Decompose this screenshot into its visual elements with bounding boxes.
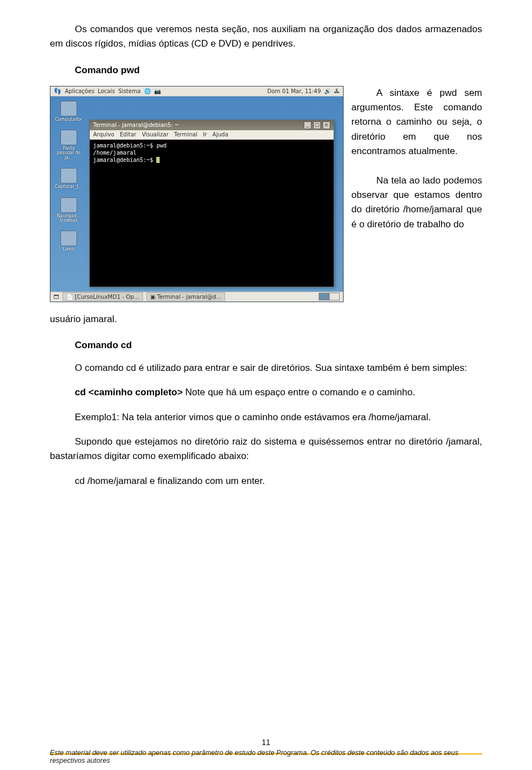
show-desktop-icon[interactable]: 🗔 [54, 294, 59, 300]
screenshot-tool-icon[interactable]: 📷 [154, 88, 161, 94]
cd-syntax-bold: cd <caminho completo> [75, 387, 183, 397]
term-menu-help[interactable]: Ajuda [212, 131, 228, 137]
workspace-1[interactable] [319, 293, 329, 300]
heading-comando-pwd: Comando pwd [75, 65, 482, 76]
terminal-body[interactable]: jamaral@debian5:~$ pwd /home/jamaral jam… [90, 140, 334, 287]
gnome-top-panel: 👣 Aplicações Locais Sistema 🌐 📷 Dom 01 M… [50, 86, 343, 96]
pwd-after-text: usuário jamaral. [50, 312, 482, 327]
term-menu-edit[interactable]: Editar [120, 131, 136, 137]
network-icon[interactable]: 🖧 [334, 88, 340, 94]
cd-syntax-line: cd <caminho completo> Note que há um esp… [50, 385, 482, 400]
term-menu-view[interactable]: Visualizar [142, 131, 168, 137]
panel-menu-places[interactable]: Locais [98, 88, 115, 94]
desktop-icon-computer[interactable]: Computador [55, 101, 83, 122]
browser-icon[interactable]: 🌐 [144, 88, 151, 94]
term-line-2: /home/jamaral [93, 149, 330, 156]
terminal-cursor [156, 157, 160, 163]
term-line-1: jamaral@debian5:~$ pwd [93, 142, 330, 149]
panel-clock: Dom 01 Mar, 11:49 [267, 88, 321, 94]
desktop-icon-capture[interactable]: Capturar_t... [55, 168, 83, 189]
window-maximize-button[interactable]: □ [313, 121, 321, 129]
window-close-button[interactable]: × [323, 121, 330, 129]
taskbar-item-terminal[interactable]: ▣Terminal - jamaral@d... [146, 292, 225, 301]
cd-syntax-rest: Note que há um espaço entre o comando e … [183, 387, 416, 397]
gnome-foot-icon: 👣 [54, 88, 62, 95]
term-line-3: jamaral@debian5:~$ [93, 156, 330, 164]
cd-example2: Supondo que estejamos no diretório raiz … [50, 435, 482, 464]
taskbar-item-doc[interactable]: 📄[CursoLinuxMD1 - Op... [63, 292, 143, 301]
screenshot-pwd: 👣 Aplicações Locais Sistema 🌐 📷 Dom 01 M… [50, 86, 344, 302]
panel-menu-system[interactable]: Sistema [119, 88, 141, 94]
gnome-bottom-panel: 🗔 📄[CursoLinuxMD1 - Op... ▣Terminal - ja… [50, 292, 343, 302]
terminal-window[interactable]: Terminal - jamaral@debian5: ~ _ □ × Arqu… [89, 120, 334, 287]
workspace-2[interactable] [329, 293, 340, 300]
panel-menu-applications[interactable]: Aplicações [65, 88, 94, 94]
page-number: 11 [0, 738, 532, 747]
pwd-side-text: A sintaxe é pwd sem argumentos. Este com… [351, 86, 482, 232]
term-menu-go[interactable]: Ir [203, 131, 207, 137]
footer-note: Este material deve ser utilizado apenas … [50, 749, 482, 764]
desktop-icon-home[interactable]: Pasta pessoal de ja... [55, 130, 83, 160]
terminal-menubar: Arquivo Editar Visualizar Terminal Ir Aj… [90, 130, 334, 140]
terminal-titlebar[interactable]: Terminal - jamaral@debian5: ~ _ □ × [90, 120, 334, 130]
cd-example1: Exemplo1: Na tela anterior vimos que o c… [50, 410, 482, 425]
term-menu-file[interactable]: Arquivo [93, 131, 114, 137]
desktop-icon-column: Computador Pasta pessoal de ja... Captur… [55, 101, 83, 252]
cd-final-command: cd /home/jamaral e finalizando com um en… [50, 474, 482, 488]
terminal-title-text: Terminal - jamaral@debian5: ~ [93, 122, 179, 128]
heading-comando-cd: Comando cd [50, 340, 482, 351]
term-menu-terminal[interactable]: Terminal [174, 131, 197, 137]
intro-paragraph: Os comandos que veremos nesta seção, nos… [50, 22, 482, 52]
desktop-icon-trash[interactable]: Lixeir [55, 231, 83, 252]
cd-paragraph-1: O comando cd é utilizado para entrar e s… [50, 361, 482, 375]
volume-icon[interactable]: 🔊 [324, 88, 331, 94]
window-minimize-button[interactable]: _ [304, 121, 311, 129]
desktop-icon-browser[interactable]: Navegad... Iceweas [55, 197, 83, 223]
